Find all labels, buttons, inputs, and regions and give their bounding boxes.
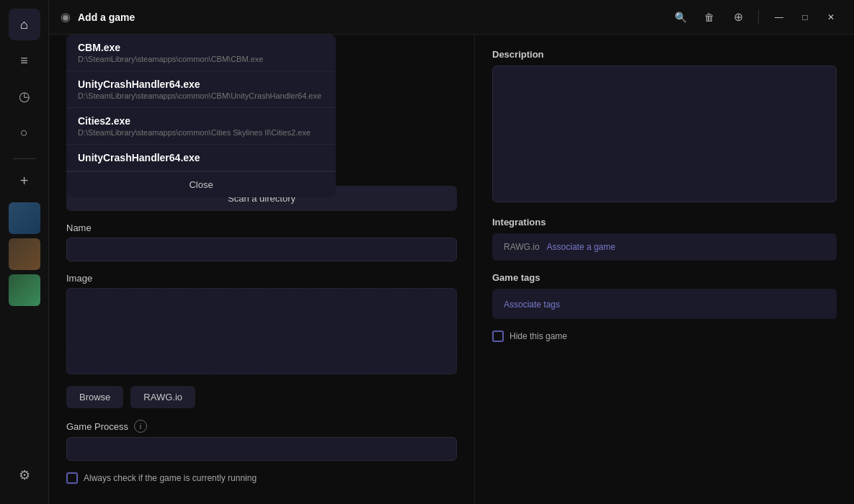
dropdown-item-name-3: UnityCrashHandler64.exe (78, 152, 324, 163)
library-icon: ≡ (20, 53, 28, 68)
sidebar: ⌂ ≡ ◷ ○ + ⚙ (0, 0, 49, 504)
hide-game-checkbox[interactable] (492, 330, 504, 342)
search-button[interactable]: 🔍 (669, 6, 692, 29)
game-process-input[interactable] (66, 437, 457, 461)
window-controls: — □ ✕ (768, 6, 842, 29)
tags-section: Game tags Associate tags (492, 272, 837, 319)
game-process-group: Game Process i (66, 420, 457, 461)
dropdown-item-name-2: Cities2.exe (78, 115, 324, 127)
maximize-icon: □ (802, 12, 807, 22)
app-icon: ◉ (61, 10, 71, 24)
settings-icon: ⚙ (19, 467, 30, 483)
game-process-info-icon[interactable]: i (134, 420, 147, 433)
dropdown-item-name-0: CBM.exe (78, 42, 324, 53)
sidebar-profile[interactable]: ○ (9, 117, 40, 148)
sidebar-settings[interactable]: ⚙ (9, 459, 40, 491)
name-label: Name (66, 222, 457, 233)
rawgio-label: RAWG.io (504, 242, 540, 252)
dropdown-item-3[interactable]: UnityCrashHandler64.exe (66, 145, 336, 171)
hide-game-label: Hide this game (510, 331, 567, 341)
tags-box: Associate tags (492, 289, 837, 319)
add-icon: + (20, 173, 29, 189)
minimize-icon: — (775, 12, 783, 22)
description-section: Description (492, 49, 837, 205)
dropdown-close-button[interactable]: Close (66, 171, 336, 197)
dropdown-item-name-1: UnityCrashHandler64.exe (78, 78, 324, 90)
image-drop-area[interactable] (66, 288, 457, 374)
description-textarea[interactable] (492, 66, 837, 202)
close-icon: ✕ (827, 12, 835, 22)
sidebar-game-3[interactable] (9, 274, 40, 306)
tags-title: Game tags (492, 272, 837, 283)
always-check-label: Always check if the game is currently ru… (84, 473, 257, 483)
name-group: Name (66, 222, 457, 261)
left-panel: CBM.exe D:\SteamLibrary\steamapps\common… (49, 35, 474, 504)
hide-game-row: Hide this game (492, 330, 837, 342)
sidebar-bottom: ⚙ (9, 459, 40, 495)
game-process-row: Game Process i (66, 420, 457, 433)
close-button[interactable]: ✕ (819, 6, 842, 29)
sidebar-game-1[interactable] (9, 202, 40, 234)
dropdown-item-path-0: D:\SteamLibrary\steamapps\common\CBM\CBM… (78, 55, 324, 63)
titlebar-left: ◉ Add a game (61, 10, 135, 24)
sidebar-add[interactable]: + (9, 165, 40, 197)
sidebar-history[interactable]: ◷ (9, 81, 40, 112)
sidebar-divider (13, 158, 36, 159)
page-body: CBM.exe D:\SteamLibrary\steamapps\common… (49, 35, 854, 504)
maximize-button[interactable]: □ (793, 6, 817, 29)
dropdown-item-2[interactable]: Cities2.exe D:\SteamLibrary\steamapps\co… (66, 108, 336, 145)
name-input[interactable] (66, 238, 457, 261)
associate-tags-link[interactable]: Associate tags (504, 300, 560, 310)
always-check-checkbox[interactable] (66, 472, 78, 484)
page-title: Add a game (78, 12, 135, 23)
integrations-title: Integrations (492, 217, 837, 228)
main-content: ◉ Add a game 🔍 🗑 ⊕ — □ ✕ (49, 0, 854, 504)
exe-dropdown: CBM.exe D:\SteamLibrary\steamapps\common… (66, 35, 336, 197)
associate-game-link[interactable]: Associate a game (547, 242, 615, 252)
home-icon: ⌂ (20, 17, 28, 32)
trash-button[interactable]: 🗑 (698, 6, 721, 29)
dropdown-item-1[interactable]: UnityCrashHandler64.exe D:\SteamLibrary\… (66, 71, 336, 108)
titlebar: ◉ Add a game 🔍 🗑 ⊕ — □ ✕ (49, 0, 854, 35)
description-title: Description (492, 49, 837, 60)
always-check-row: Always check if the game is currently ru… (66, 472, 457, 484)
game-process-label: Game Process (66, 421, 128, 432)
integrations-section: Integrations RAWG.io Associate a game (492, 217, 837, 261)
trash-icon: 🗑 (704, 12, 714, 23)
search-icon: 🔍 (675, 12, 687, 23)
minimize-button[interactable]: — (768, 6, 791, 29)
profile-icon: ○ (20, 125, 28, 140)
sidebar-game-2[interactable] (9, 238, 40, 270)
pin-icon: ⊕ (734, 10, 743, 24)
image-group: Image (66, 273, 457, 374)
dropdown-item-path-1: D:\SteamLibrary\steamapps\common\CBM\Uni… (78, 91, 324, 100)
sidebar-home[interactable]: ⌂ (9, 9, 40, 40)
dropdown-item-path-2: D:\SteamLibrary\steamapps\common\Cities … (78, 128, 324, 137)
rawgio-image-button[interactable]: RAWG.io (130, 386, 195, 408)
history-icon: ◷ (19, 89, 30, 104)
titlebar-controls: 🔍 🗑 ⊕ — □ ✕ (669, 6, 842, 29)
sidebar-games (9, 202, 40, 459)
pin-button[interactable]: ⊕ (726, 6, 750, 29)
sidebar-library[interactable]: ≡ (9, 45, 40, 76)
right-panel: Description Integrations RAWG.io Associa… (474, 35, 854, 504)
image-label: Image (66, 273, 457, 284)
dropdown-item-0[interactable]: CBM.exe D:\SteamLibrary\steamapps\common… (66, 35, 336, 71)
browse-button[interactable]: Browse (66, 386, 123, 408)
image-buttons: Browse RAWG.io (66, 386, 457, 408)
titlebar-separator (758, 10, 759, 24)
integrations-box: RAWG.io Associate a game (492, 233, 837, 261)
